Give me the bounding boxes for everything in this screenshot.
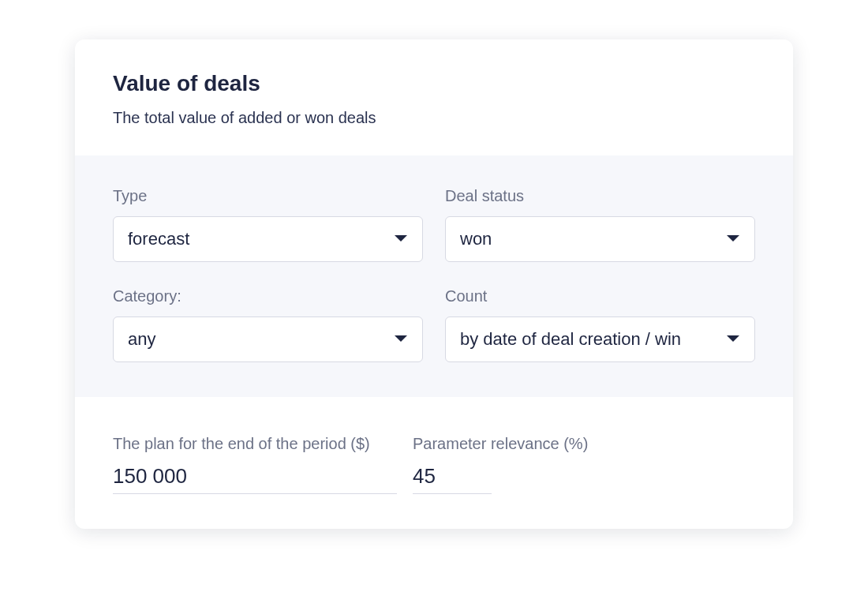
parameter-relevance-input-wrap [413,461,492,494]
type-select-value: forecast [128,229,386,249]
plan-end-of-period-input[interactable] [113,464,397,489]
parameter-relevance-field: Parameter relevance (%) [413,435,588,494]
parameter-relevance-input[interactable] [413,464,492,489]
caret-down-icon [726,332,740,346]
field-type: Type forecast [113,187,423,262]
card-title: Value of deals [113,71,755,96]
field-count: Count by date of deal creation / win [445,287,755,362]
category-select[interactable]: any [113,316,423,362]
field-label-count: Count [445,287,755,305]
field-label-category: Category: [113,287,423,305]
caret-down-icon [394,332,408,346]
plan-section: The plan for the end of the period ($) P… [75,397,793,529]
caret-down-icon [726,232,740,246]
plan-end-of-period-label: The plan for the end of the period ($) [113,435,397,453]
category-select-value: any [128,329,386,350]
value-of-deals-card: Value of deals The total value of added … [75,39,793,529]
deal-status-select-value: won [460,229,718,249]
plan-end-of-period-input-wrap [113,461,397,494]
field-label-type: Type [113,187,423,205]
caret-down-icon [394,232,408,246]
field-label-deal-status: Deal status [445,187,755,205]
filters-section: Type forecast Deal status won Category: … [75,155,793,397]
card-header: Value of deals The total value of added … [75,39,793,155]
count-select[interactable]: by date of deal creation / win [445,316,755,362]
parameter-relevance-label: Parameter relevance (%) [413,435,588,453]
type-select[interactable]: forecast [113,216,423,262]
plan-end-of-period-field: The plan for the end of the period ($) [113,435,397,494]
deal-status-select[interactable]: won [445,216,755,262]
card-subtitle: The total value of added or won deals [113,109,755,127]
field-deal-status: Deal status won [445,187,755,262]
count-select-value: by date of deal creation / win [460,329,718,350]
field-category: Category: any [113,287,423,362]
